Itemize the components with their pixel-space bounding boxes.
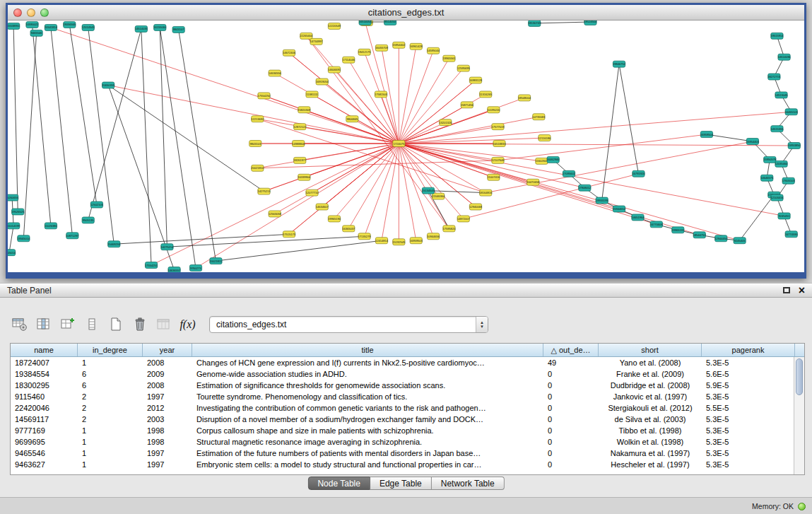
column-header-title[interactable]: title bbox=[192, 344, 543, 356]
graph-node[interactable]: 9760273 bbox=[189, 265, 201, 271]
graph-node[interactable]: 20650355 bbox=[102, 82, 115, 88]
graph-node[interactable]: 14636556 bbox=[269, 70, 282, 76]
graph-node[interactable]: 16365037 bbox=[342, 226, 355, 232]
graph-node[interactable]: 9245405 bbox=[734, 238, 746, 244]
graph-node[interactable]: 9806845 bbox=[346, 116, 358, 122]
graph-node[interactable]: 8514054 bbox=[384, 21, 396, 25]
graph-node[interactable]: 12563058 bbox=[269, 211, 282, 217]
graph-node[interactable]: 14275214 bbox=[160, 244, 174, 250]
tab-network-table[interactable]: Network Table bbox=[432, 477, 505, 490]
graph-node[interactable]: 16919054 bbox=[316, 78, 329, 85]
table-row[interactable]: 1938455462009Genome-wide association stu… bbox=[11, 368, 794, 380]
graph-node[interactable]: 22265404 bbox=[300, 33, 313, 39]
vertical-scrollbar[interactable] bbox=[794, 357, 804, 474]
graph-node[interactable]: 20541814 bbox=[45, 24, 58, 30]
graph-node[interactable]: 19526525 bbox=[11, 209, 25, 215]
graph-node[interactable]: 15469255 bbox=[107, 241, 121, 247]
graph-node[interactable]: 19965191 bbox=[671, 227, 685, 233]
graph-node[interactable]: 18548004 bbox=[518, 95, 531, 101]
graph-node[interactable]: 19565014 bbox=[17, 235, 30, 242]
row-height-icon[interactable] bbox=[82, 315, 101, 334]
graph-node[interactable]: 9465546 bbox=[30, 30, 42, 36]
graph-node[interactable]: 15954403 bbox=[746, 139, 760, 145]
graph-node[interactable]: 15953850 bbox=[788, 143, 801, 149]
zoom-window-button[interactable] bbox=[40, 8, 49, 17]
select-columns-icon[interactable] bbox=[34, 315, 53, 334]
graph-node[interactable]: 19124504 bbox=[584, 21, 597, 25]
graph-node[interactable]: 11007416 bbox=[488, 174, 500, 180]
graph-node[interactable]: 17605103 bbox=[782, 177, 796, 184]
graph-node[interactable]: 12213692 bbox=[251, 116, 264, 122]
graph-node[interactable]: 20021810 bbox=[251, 165, 264, 171]
graph-node[interactable]: 16518833 bbox=[493, 141, 507, 147]
graph-node[interactable]: 15944652 bbox=[613, 206, 626, 212]
graph-node[interactable]: 17908412 bbox=[578, 185, 592, 191]
graph-node[interactable]: 12116186 bbox=[539, 135, 551, 141]
close-panel-icon[interactable]: × bbox=[799, 286, 805, 296]
graph-node[interactable]: 16983128 bbox=[469, 77, 483, 83]
graph-node[interactable]: 11316265 bbox=[479, 91, 492, 98]
graph-node[interactable]: 16055709 bbox=[375, 45, 389, 51]
column-header-year[interactable]: year bbox=[143, 344, 192, 356]
close-window-button[interactable] bbox=[13, 8, 22, 17]
table-row[interactable]: 946362711997Embryonic stem cells: a mode… bbox=[11, 459, 794, 470]
graph-node[interactable]: 18164816 bbox=[479, 189, 493, 196]
graph-node[interactable]: 14872007 bbox=[457, 216, 471, 222]
graph-node[interactable]: 10590022 bbox=[26, 21, 40, 28]
graph-node[interactable]: 16514054 bbox=[359, 21, 372, 25]
new-table-icon[interactable] bbox=[106, 315, 125, 334]
graph-node[interactable]: 14651964 bbox=[631, 214, 645, 221]
graph-node[interactable]: 10944656 bbox=[427, 233, 440, 240]
column-header-out_de[interactable]: △ out_de… bbox=[543, 344, 599, 356]
table-row[interactable]: 977716911998Corpus callosum shape and si… bbox=[11, 425, 794, 436]
graph-node[interactable]: 9245451 bbox=[778, 213, 790, 219]
graph-node[interactable]: 12014543 bbox=[82, 24, 95, 30]
column-header-in_degree[interactable]: in_degree bbox=[78, 344, 143, 356]
graph-node[interactable]: 19056565 bbox=[63, 21, 76, 28]
graph-node[interactable]: 14514036 bbox=[778, 54, 792, 60]
graph-node[interactable]: 16961428 bbox=[410, 43, 423, 49]
function-builder-icon[interactable]: f(x) bbox=[178, 315, 197, 334]
graph-node[interactable]: 14513045 bbox=[775, 92, 789, 98]
graph-node[interactable]: 16774590 bbox=[785, 231, 799, 238]
graph-node[interactable]: 15871456 bbox=[461, 102, 474, 108]
graph-node[interactable]: 19412175 bbox=[358, 49, 372, 55]
graph-node[interactable]: 12035460 bbox=[775, 160, 789, 167]
graph-node[interactable]: 12872122 bbox=[293, 124, 307, 130]
graph-node[interactable]: 17577019 bbox=[491, 124, 505, 130]
graph-node[interactable]: 11026380 bbox=[45, 223, 57, 229]
graph-node[interactable]: 17595820 bbox=[442, 226, 456, 232]
graph-node[interactable]: 19846752 bbox=[613, 61, 626, 67]
graph-node[interactable]: 14988806 bbox=[292, 141, 305, 147]
graph-node[interactable]: 17554251 bbox=[145, 262, 158, 269]
graph-node[interactable]: 16339904 bbox=[298, 174, 311, 180]
graph-node[interactable]: 16470658 bbox=[526, 179, 540, 185]
new-column-icon[interactable] bbox=[58, 315, 77, 334]
table-row[interactable]: 969969511998Structural magnetic resonanc… bbox=[11, 436, 794, 448]
graph-node[interactable]: 16770606 bbox=[650, 221, 664, 228]
column-header-short[interactable]: short bbox=[599, 344, 702, 356]
graph-node[interactable]: 12595695 bbox=[457, 65, 471, 71]
graph-node[interactable]: 14515355 bbox=[770, 126, 784, 132]
combo-stepper-icon[interactable]: ▲▼ bbox=[476, 317, 488, 332]
graph-node[interactable]: 16791920 bbox=[632, 170, 645, 177]
graph-node[interactable]: 19515914 bbox=[770, 33, 784, 39]
graph-node[interactable]: 10871297 bbox=[66, 233, 79, 239]
graph-node[interactable]: 14646575 bbox=[760, 175, 774, 181]
table-row[interactable]: 1872400712008Changes of HCN gene express… bbox=[11, 357, 794, 368]
graph-node[interactable]: 12414814 bbox=[375, 238, 389, 244]
minimize-window-button[interactable] bbox=[27, 8, 35, 17]
graph-node[interactable]: 12220549 bbox=[328, 23, 341, 29]
graph-node[interactable]: 14672406 bbox=[283, 49, 296, 56]
graph-node[interactable]: 17581503 bbox=[375, 91, 388, 98]
graph-node[interactable]: 11014199 bbox=[8, 223, 20, 229]
column-header-pagerank[interactable]: pagerank bbox=[702, 344, 795, 356]
graph-node[interactable]: 17095602 bbox=[563, 170, 576, 177]
graph-node[interactable]: 14636557 bbox=[168, 267, 182, 272]
graph-node[interactable]: 16465103 bbox=[785, 109, 799, 115]
graph-node[interactable]: 9843107 bbox=[172, 26, 184, 33]
network-canvas[interactable]: 1724075159544021696142814595044199655611… bbox=[8, 21, 804, 272]
graph-node[interactable]: 12077710 bbox=[306, 189, 319, 196]
graph-node[interactable]: 19965190 bbox=[328, 216, 341, 222]
graph-node[interactable]: 18261977 bbox=[293, 157, 307, 163]
